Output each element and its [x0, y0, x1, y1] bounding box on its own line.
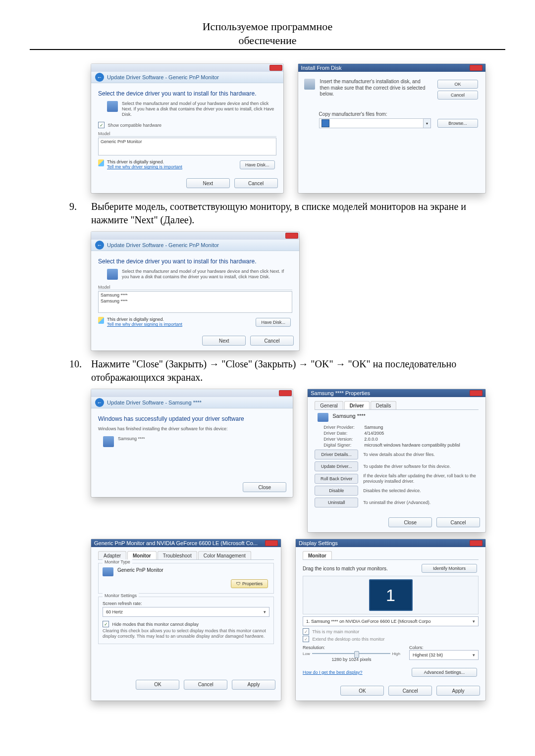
tab-troubleshoot[interactable]: Troubleshoot [158, 551, 197, 559]
extend-desktop-checkbox[interactable]: ✓ [303, 636, 309, 642]
ok-button[interactable]: OK [437, 80, 478, 89]
close-icon[interactable] [269, 65, 282, 71]
back-arrow-icon[interactable]: ← [95, 73, 104, 82]
colors-select[interactable]: Highest (32 bit) [409, 650, 479, 660]
update-driver-dialog-2: ← Update Driver Software - Generic PnP M… [91, 232, 299, 351]
shield-icon: 🛡 [236, 581, 241, 586]
success-heading: Windows has successfully updated your dr… [98, 415, 286, 422]
signing-help-link[interactable]: Tell me why driver signing is important [107, 322, 182, 327]
tab-details[interactable]: Details [371, 401, 397, 409]
main-monitor-label: This is my main monitor [312, 629, 359, 634]
next-button[interactable]: Next [186, 178, 230, 188]
signing-help-link[interactable]: Tell me why driver signing is important [107, 164, 182, 169]
next-button[interactable]: Next [202, 336, 246, 346]
apply-button[interactable]: Apply [436, 686, 480, 696]
page-header: Используемое программное обеспечение [30, 20, 505, 50]
close-icon[interactable] [470, 540, 482, 546]
shield-icon [98, 317, 104, 324]
main-monitor-checkbox[interactable]: ✓ [303, 628, 309, 635]
step-number: 9. [69, 200, 91, 213]
copy-path-input[interactable] [319, 118, 424, 128]
ok-button[interactable]: OK [136, 680, 179, 690]
device-name: Samsung **** [332, 413, 366, 422]
breadcrumb: Update Driver Software - Generic PnP Mon… [107, 74, 219, 80]
close-button[interactable]: Close [243, 482, 286, 492]
close-icon[interactable] [470, 65, 482, 71]
model-item[interactable]: Generic PnP Monitor [101, 139, 274, 145]
tabs: Adapter Monitor Troubleshoot Color Manag… [98, 551, 274, 560]
tab-driver[interactable]: Driver [344, 401, 370, 409]
hide-modes-label: Hide modes that this monitor cannot disp… [112, 622, 199, 627]
have-disk-button[interactable]: Have Disk... [240, 160, 275, 169]
compat-checkbox[interactable]: ✓ [98, 122, 105, 128]
shield-icon [98, 159, 104, 166]
tab-monitor[interactable]: Monitor [127, 551, 157, 559]
path-dropdown[interactable]: ▾ [424, 118, 431, 128]
close-icon[interactable] [285, 233, 298, 239]
cancel-button[interactable]: Cancel [234, 178, 278, 188]
titlebar [91, 389, 293, 397]
cancel-button[interactable]: Cancel [437, 91, 478, 100]
drag-hint: Drag the icons to match your monitors. [303, 566, 388, 571]
tab-general[interactable]: General [315, 401, 343, 409]
ok-button[interactable]: OK [340, 686, 384, 696]
close-icon[interactable] [470, 390, 482, 396]
monitor-settings-group: Monitor Settings Screen refresh rate: 60… [98, 597, 274, 644]
close-button[interactable]: Close [388, 517, 432, 527]
apply-button[interactable]: Apply [232, 680, 275, 690]
signed-row: This driver is digitally signed. Tell me… [98, 317, 292, 328]
step-number: 10. [69, 357, 91, 371]
compat-label: Show compatible hardware [108, 123, 162, 128]
monitor-type-value: Generic PnP Monitor [117, 567, 163, 576]
cancel-button[interactable]: Cancel [184, 680, 227, 690]
breadcrumb-strip: ← Update Driver Software - Samsung **** [91, 397, 293, 408]
dialog-title: Display Settings [296, 539, 485, 547]
browse-button[interactable]: Browse... [437, 119, 478, 128]
advanced-settings-button[interactable]: Advanced Settings... [412, 668, 477, 677]
model-list[interactable]: Samsung **** Samsung **** [98, 291, 292, 313]
driver-details-button[interactable]: Driver Details... [315, 450, 358, 459]
display-settings-dialog: Display Settings Monitor Drag the icons … [296, 539, 485, 701]
resolution-slider[interactable]: Low High [303, 651, 400, 656]
refresh-select[interactable]: 60 Hertz [103, 607, 269, 617]
step-9: 9. Выберите модель, соответствующую мони… [50, 200, 485, 227]
display-combo[interactable]: 1. Samsung **** on NVIDIA GeForce 6600 L… [303, 616, 479, 626]
update-driver-button[interactable]: Update Driver... [315, 461, 358, 471]
identify-monitors-button[interactable]: Identify Monitors [422, 564, 477, 573]
copy-label: Copy manufacturer's files from: [319, 111, 480, 117]
ifd-instruction: Insert the manufacturer's installation d… [320, 79, 431, 101]
dialog-title: Install From Disk [298, 64, 485, 72]
dialog-title: Samsung **** Properties [308, 389, 485, 397]
tab-adapter[interactable]: Adapter [98, 551, 126, 559]
monitor-icon [103, 436, 114, 447]
hide-modes-checkbox[interactable]: ✓ [103, 621, 109, 627]
close-icon[interactable] [265, 540, 278, 546]
back-arrow-icon[interactable]: ← [95, 398, 104, 407]
rollback-driver-button[interactable]: Roll Back Driver [315, 474, 358, 484]
back-arrow-icon[interactable]: ← [95, 241, 104, 250]
model-item[interactable]: Samsung **** [101, 299, 290, 304]
close-icon[interactable] [279, 390, 292, 396]
update-driver-dialog-1: ← Update Driver Software - Generic PnP M… [91, 64, 283, 193]
cancel-button[interactable]: Cancel [388, 686, 432, 696]
disk-icon [107, 269, 118, 280]
model-group-label: Model [98, 131, 276, 137]
step-text: Нажмите "Close" (Закрыть) → "Close" (Зак… [91, 357, 485, 384]
disable-button[interactable]: Disable [315, 486, 358, 496]
model-item[interactable]: Samsung **** [101, 293, 290, 299]
signed-row: This driver is digitally signed. Tell me… [98, 159, 276, 170]
monitor-preview[interactable]: 1 [369, 579, 413, 611]
cancel-button[interactable]: Cancel [436, 517, 480, 527]
tab-monitor[interactable]: Monitor [303, 551, 332, 559]
model-list[interactable]: Generic PnP Monitor [98, 138, 276, 155]
help-link[interactable]: How do I get the best display? [303, 670, 363, 675]
device-name: Samsung **** [118, 436, 145, 447]
update-driver-finished: ← Update Driver Software - Samsung **** … [91, 389, 293, 497]
cancel-button[interactable]: Cancel [250, 336, 294, 346]
resolution-label: Resolution: [303, 645, 400, 650]
have-disk-button[interactable]: Have Disk... [256, 318, 291, 327]
properties-button[interactable]: 🛡 Properties [231, 579, 268, 588]
install-from-disk-dialog: Install From Disk Insert the manufacture… [298, 64, 485, 193]
tab-color-management[interactable]: Color Management [198, 551, 251, 559]
uninstall-button[interactable]: Uninstall [315, 498, 358, 507]
